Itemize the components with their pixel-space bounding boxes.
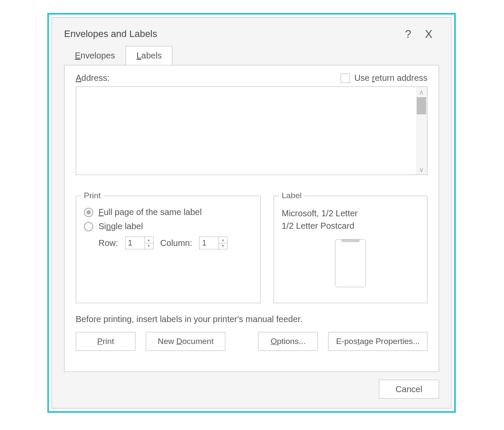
spin-up-icon[interactable]: ▲ — [219, 237, 227, 243]
label-group[interactable]: Label Microsoft, 1/2 Letter 1/2 Letter P… — [274, 196, 427, 303]
print-button[interactable]: Print — [76, 332, 135, 351]
action-buttons-row: Print New Document Options... E-postage … — [76, 332, 427, 351]
radio-single-label[interactable]: Single label — [84, 221, 252, 231]
scroll-down-icon[interactable]: ∨ — [416, 164, 427, 175]
single-label-inputs: Row: 1 ▲▼ Column: 1 ▲▼ — [84, 236, 252, 249]
spin-up-icon[interactable]: ▲ — [145, 237, 153, 243]
address-header-row: Address: Use return address — [76, 73, 427, 83]
options-button[interactable]: Options... — [258, 332, 318, 351]
titlebar: Envelopes and Labels ? X — [52, 18, 451, 44]
label-preview-icon — [335, 239, 366, 287]
group-row: Print Full page of the same label Single… — [76, 196, 427, 303]
spin-down-icon[interactable]: ▼ — [219, 243, 227, 249]
spin-arrows[interactable]: ▲▼ — [218, 237, 227, 249]
scroll-up-icon[interactable]: ∧ — [416, 87, 427, 97]
address-label: Address: — [76, 73, 341, 83]
column-value: 1 — [200, 237, 218, 249]
row-value: 1 — [126, 237, 144, 249]
address-textarea[interactable]: ∧ ∨ — [76, 86, 427, 175]
radio-icon — [84, 208, 93, 217]
epostage-properties-button[interactable]: E-postage Properties... — [328, 332, 427, 351]
print-legend: Print — [81, 191, 103, 200]
row-spinbox[interactable]: 1 ▲▼ — [125, 236, 154, 249]
column-label: Column: — [160, 238, 192, 248]
dialog-outer-border: Envelopes and Labels ? X Envelopes Label… — [47, 13, 456, 413]
dialog-window: Envelopes and Labels ? X Envelopes Label… — [52, 17, 452, 408]
new-document-button[interactable]: New Document — [146, 332, 225, 351]
radio-full-page-label: Full page of the same label — [98, 207, 202, 217]
spin-down-icon[interactable]: ▼ — [145, 243, 153, 249]
label-line1: Microsoft, 1/2 Letter — [282, 207, 419, 220]
close-icon[interactable]: X — [418, 28, 439, 41]
row-label: Row: — [98, 238, 118, 248]
radio-full-page[interactable]: Full page of the same label — [84, 207, 252, 217]
checkbox-box-icon — [341, 74, 350, 83]
hint-text: Before printing, insert labels in your p… — [76, 314, 427, 324]
tab-row: Envelopes Labels — [52, 44, 451, 65]
help-icon[interactable]: ? — [398, 28, 418, 41]
column-spinbox[interactable]: 1 ▲▼ — [199, 236, 227, 249]
radio-icon — [84, 222, 93, 231]
tab-envelopes[interactable]: Envelopes — [64, 46, 126, 65]
print-group: Print Full page of the same label Single… — [76, 196, 261, 303]
label-info: Microsoft, 1/2 Letter 1/2 Letter Postcar… — [282, 207, 419, 232]
dialog-title: Envelopes and Labels — [64, 28, 398, 40]
label-line2: 1/2 Letter Postcard — [282, 220, 419, 232]
use-return-address-label: Use return address — [354, 73, 427, 83]
cancel-row: Cancel — [52, 372, 451, 399]
label-legend: Label — [279, 191, 304, 200]
radio-single-label-text: Single label — [98, 221, 143, 231]
scrollbar[interactable]: ∧ ∨ — [416, 87, 427, 175]
spin-arrows[interactable]: ▲▼ — [144, 237, 153, 249]
labels-panel: Address: Use return address ∧ ∨ — [64, 65, 439, 372]
cancel-button[interactable]: Cancel — [379, 380, 439, 399]
scroll-thumb[interactable] — [417, 97, 426, 114]
use-return-address-checkbox[interactable]: Use return address — [341, 73, 427, 83]
dialog-frame: Envelopes and Labels ? X Envelopes Label… — [0, 0, 504, 430]
tab-labels[interactable]: Labels — [126, 46, 172, 65]
